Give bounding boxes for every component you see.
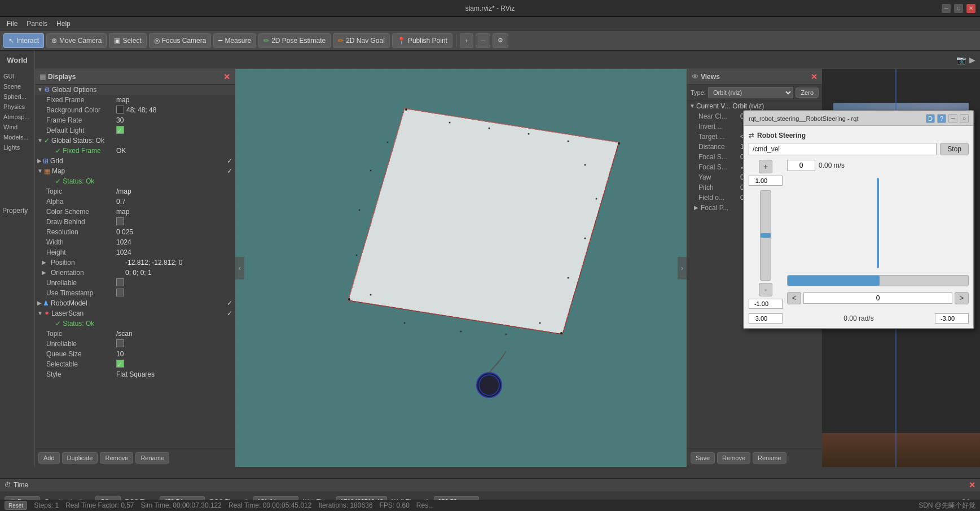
default-light-check[interactable]: ✓ [116, 126, 124, 134]
remove-button[interactable]: Remove [100, 452, 133, 464]
select-button[interactable]: ▣ Select [109, 33, 146, 48]
svg-point-5 [405, 108, 407, 111]
rs-stop-button[interactable]: Stop [940, 143, 969, 155]
nav-icon: ✏ [338, 37, 344, 45]
select-icon: ▣ [114, 37, 120, 45]
time-close-button[interactable]: ✕ [969, 481, 975, 490]
rs-angular-min-spinbox[interactable] [749, 313, 783, 324]
screenshot-icon[interactable]: 📷 [956, 55, 966, 64]
views-close-button[interactable]: ✕ [811, 72, 818, 81]
current-view-arrow: ▼ [689, 102, 695, 111]
reset-button[interactable]: Reset [5, 501, 27, 510]
add-button[interactable]: Add [38, 452, 60, 464]
frame-rate-row: Frame Rate 30 [35, 115, 235, 125]
sidebar-item-wind[interactable]: Wind [1, 122, 33, 132]
grid-item[interactable]: ▶ ⊞ Grid ✓ [35, 156, 235, 166]
views-title: 👁 Views [692, 73, 720, 81]
rs-info-button[interactable]: ? [937, 114, 946, 123]
view-nav-right[interactable]: › [678, 257, 687, 279]
menu-help[interactable]: Help [52, 19, 75, 29]
views-type-select[interactable]: Orbit (rviz) [708, 87, 793, 98]
view-nav-left[interactable]: ‹ [235, 257, 244, 279]
rs-vertical-slider[interactable] [760, 190, 771, 281]
rs-help-button[interactable]: D [926, 114, 935, 123]
pose-estimate-button[interactable]: ✏ 2D Pose Estimate [258, 33, 331, 48]
focus-icon: ◎ [154, 37, 160, 45]
add-icon-button[interactable]: + [460, 33, 473, 48]
robotmodel-check[interactable]: ✓ [227, 299, 232, 308]
views-save-button[interactable]: Save [691, 452, 715, 464]
sidebar-item-lights[interactable]: Lights [1, 142, 33, 152]
global-options-item[interactable]: ▼ ⚙ Global Options [35, 85, 235, 95]
sidebar-item-gui[interactable]: GUI [1, 71, 33, 81]
views-remove-button[interactable]: Remove [717, 452, 750, 464]
menu-file[interactable]: File [2, 19, 22, 29]
laser-queue-row: Queue Size 10 [35, 349, 235, 359]
displays-title: ▦ Displays [39, 73, 76, 81]
time-header: ⏱ Time ✕ [0, 479, 980, 491]
map-timestamp-check[interactable] [116, 289, 124, 296]
rs-minimize-button[interactable]: ─ [948, 114, 957, 123]
map-orientation-row: ▶ Orientation 0; 0; 0; 1 [35, 268, 235, 278]
menu-panels[interactable]: Panels [22, 19, 52, 29]
map-draw-behind-check[interactable] [116, 217, 124, 225]
bg-color-swatch[interactable] [116, 106, 124, 113]
sidebar-item-scene[interactable]: Scene [1, 81, 33, 91]
maximize-button[interactable]: □ [954, 4, 963, 13]
toolbar: ↖ Interact ⊕ Move Camera ▣ Select ◎ Focu… [0, 30, 980, 51]
laser-selectable-check[interactable]: ✓ [116, 360, 124, 368]
views-rename-button[interactable]: Rename [753, 452, 786, 464]
svg-point-23 [359, 209, 361, 211]
displays-content[interactable]: ▼ ⚙ Global Options Fixed Frame map Backg… [35, 85, 235, 448]
interact-button[interactable]: ↖ Interact [3, 33, 44, 48]
rs-nav-left-button[interactable]: < [787, 292, 801, 304]
rs-minus-button[interactable]: - [759, 283, 772, 296]
rs-min-spinbox[interactable] [749, 299, 783, 309]
minimize-button[interactable]: ─ [942, 4, 951, 13]
nav-goal-button[interactable]: ✏ 2D Nav Goal [333, 33, 390, 48]
rename-button[interactable]: Rename [135, 452, 169, 464]
robotmodel-item[interactable]: ▶ ♟ RobotModel ✓ [35, 298, 235, 308]
svg-point-25 [387, 142, 389, 143]
publish-point-button[interactable]: 📍 Publish Point [392, 33, 452, 48]
map-unreliable-check[interactable] [116, 278, 124, 286]
rs-topic-input[interactable] [749, 143, 937, 155]
sidebar-item-physics[interactable]: Physics [1, 102, 33, 112]
focus-camera-button[interactable]: ◎ Focus Camera [149, 33, 212, 48]
sidebar-item-atmosphere[interactable]: Atmosp... [1, 112, 33, 122]
rs-nav-right-button[interactable]: > [955, 292, 969, 304]
laserscan-item[interactable]: ▼ ✶ LaserScan ✓ [35, 308, 235, 318]
move-camera-button[interactable]: ⊕ Move Camera [46, 33, 107, 48]
displays-close-button[interactable]: ✕ [223, 72, 230, 81]
rs-linear-value[interactable] [787, 160, 815, 171]
laser-unreliable-check[interactable] [116, 339, 124, 347]
rs-nav-center-input[interactable] [803, 292, 952, 304]
map-icon: ▦ [44, 167, 50, 176]
close-button[interactable]: ✕ [966, 4, 975, 13]
sidebar-item-models[interactable]: Models... [1, 132, 33, 142]
rs-subtitle: Robot Steering [757, 132, 806, 139]
map-arrow: ▼ [37, 167, 43, 176]
map-item[interactable]: ▼ ▦ Map ✓ [35, 166, 235, 176]
rs-speed-spinbox[interactable] [749, 176, 783, 186]
remove-icon-button[interactable]: ─ [476, 33, 490, 48]
global-status-item[interactable]: ▼ ✓ Global Status: Ok [35, 136, 235, 146]
rs-horizontal-slider[interactable] [787, 275, 969, 286]
rs-angular-max-spinbox[interactable] [935, 313, 969, 324]
measure-button[interactable]: ━ Measure [213, 33, 256, 48]
sidebar-item-spherical[interactable]: Spheri... [1, 91, 33, 102]
rs-restore-button[interactable]: ○ [960, 114, 969, 123]
duplicate-button[interactable]: Duplicate [62, 452, 98, 464]
laser-selectable-row: Selectable ✓ [35, 359, 235, 369]
map-topic-row: Topic /map [35, 186, 235, 196]
3d-view[interactable]: ‹ › [235, 69, 687, 467]
laserscan-check[interactable]: ✓ [227, 309, 232, 318]
property-label: Property [0, 204, 35, 217]
rs-plus-button[interactable]: + [759, 160, 772, 173]
settings-icon-button[interactable]: ⚙ [493, 33, 508, 48]
map-check[interactable]: ✓ [227, 167, 232, 176]
record-icon[interactable]: ▶ [969, 55, 975, 64]
laser-topic-row: Topic /scan [35, 329, 235, 339]
grid-check[interactable]: ✓ [227, 156, 232, 165]
views-zero-button[interactable]: Zero [796, 88, 819, 98]
